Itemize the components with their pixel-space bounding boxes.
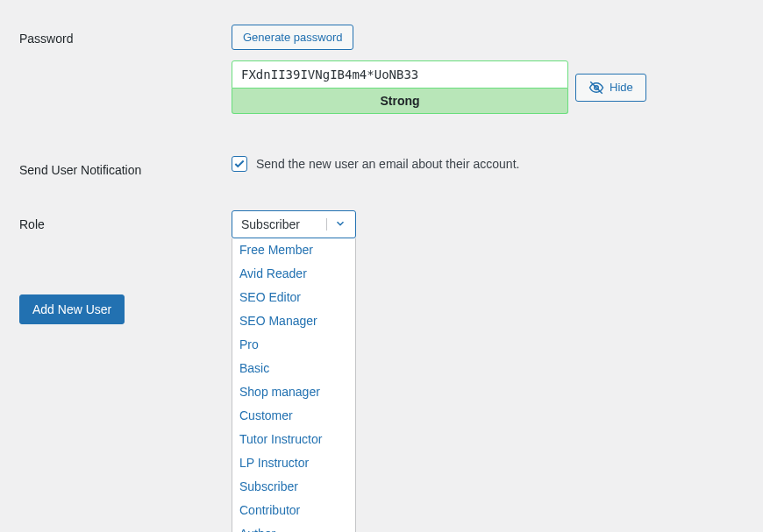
role-dropdown: Free MemberAvid ReaderSEO EditorSEO Mana… (232, 238, 356, 532)
hide-button-label: Hide (610, 81, 633, 94)
generate-password-button[interactable]: Generate password (232, 25, 353, 50)
password-input-wrap: Strong Hide (232, 60, 763, 114)
chevron-down-icon (334, 217, 346, 232)
eye-slash-icon (588, 80, 604, 96)
password-row: Password Generate password Strong Hide (19, 25, 763, 114)
hide-password-button[interactable]: Hide (575, 74, 646, 102)
role-option[interactable]: Shop manager (232, 380, 355, 404)
role-row: Role Subscriber Free MemberAvid ReaderSE… (19, 210, 763, 238)
role-selected-value: Subscriber (241, 217, 300, 231)
notification-field: Send the new user an email about their a… (232, 156, 763, 172)
role-select[interactable]: Subscriber (232, 210, 356, 238)
role-option[interactable]: Customer (232, 404, 355, 428)
add-new-user-button[interactable]: Add New User (19, 294, 125, 324)
notification-checkbox[interactable] (232, 156, 247, 172)
password-field: Generate password Strong Hide (232, 25, 763, 114)
password-block: Strong (232, 60, 568, 114)
notification-row: Send User Notification Send the new user… (19, 156, 763, 177)
notification-description: Send the new user an email about their a… (256, 157, 519, 171)
role-option[interactable]: SEO Editor (232, 286, 355, 309)
role-option[interactable]: Tutor Instructor (232, 428, 355, 451)
notification-checkbox-wrap: Send the new user an email about their a… (232, 156, 763, 172)
role-option[interactable]: Subscriber (232, 475, 355, 499)
role-option[interactable]: Pro (232, 333, 355, 357)
password-label: Password (19, 25, 232, 46)
notification-label: Send User Notification (19, 156, 232, 177)
role-option[interactable]: Basic (232, 357, 355, 380)
password-input[interactable] (232, 60, 568, 89)
role-option[interactable]: LP Instructor (232, 451, 355, 475)
role-option[interactable]: Free Member (232, 238, 355, 262)
password-strength-meter: Strong (232, 89, 568, 114)
role-option[interactable]: Contributor (232, 499, 355, 522)
role-label: Role (19, 210, 232, 231)
role-option[interactable]: Avid Reader (232, 262, 355, 286)
role-option[interactable]: SEO Manager (232, 309, 355, 333)
role-field: Subscriber (232, 210, 763, 238)
role-option[interactable]: Author (232, 522, 355, 532)
